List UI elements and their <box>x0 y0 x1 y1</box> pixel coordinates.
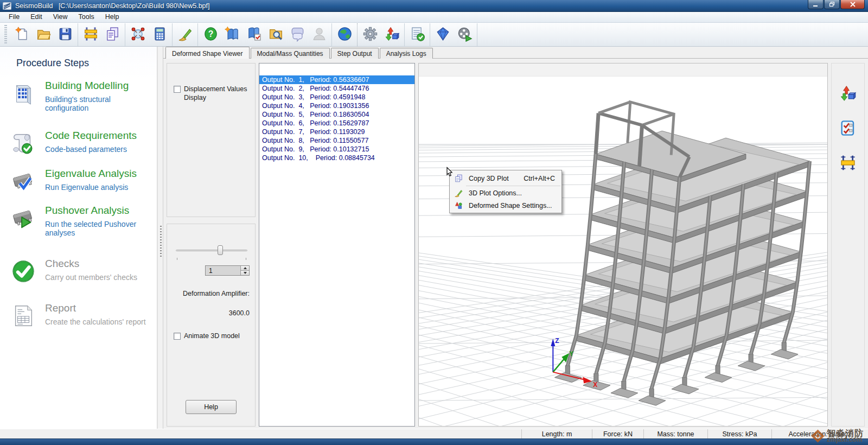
sidebar-item-checks[interactable]: ChecksCarry out members' checks <box>11 258 152 284</box>
user-disabled-button[interactable] <box>308 24 330 46</box>
plot-options-icon <box>177 26 193 43</box>
output-list-item-1[interactable]: Output No. 1, Period: 0.56336607 <box>259 75 414 84</box>
comments-button[interactable] <box>286 24 308 46</box>
spinner-value[interactable]: 1 <box>206 266 240 275</box>
menu-view[interactable]: View <box>48 12 73 22</box>
output-list-item-7[interactable]: Output No. 7, Period: 0.1193029 <box>259 128 414 136</box>
output-list-item-10[interactable]: Output No. 10, Period: 0.08845734 <box>259 154 414 162</box>
member-checks-button[interactable] <box>837 118 859 139</box>
displacement-values-checkbox-row[interactable]: Displacement Values Display <box>174 85 251 102</box>
copy-report-button[interactable] <box>101 24 123 46</box>
model-3d-button[interactable] <box>127 24 149 46</box>
slider-track[interactable] <box>176 250 247 251</box>
plot-3d-button[interactable] <box>381 24 403 46</box>
deformed-shape-icon <box>839 85 857 104</box>
member-checks-icon <box>839 119 857 138</box>
spinner-up-button[interactable] <box>241 266 249 270</box>
frame-section-button[interactable] <box>837 152 859 174</box>
output-list-item-9[interactable]: Output No. 9, Period: 0.10132715 <box>259 145 414 154</box>
restore-button[interactable] <box>824 0 840 9</box>
scene-3d: ZYX <box>419 63 827 426</box>
menu-tools[interactable]: Tools <box>73 12 100 22</box>
toolbar-group <box>332 23 358 46</box>
save-project-icon <box>58 26 73 43</box>
frame-view-button[interactable] <box>80 24 101 46</box>
spinner-down-button[interactable] <box>241 270 249 275</box>
book-check-button[interactable] <box>243 24 265 46</box>
panel-splitter[interactable] <box>157 47 163 429</box>
output-step-slider[interactable] <box>176 245 247 256</box>
context-menu-item-copy-3d-plot[interactable]: Copy 3D PlotCtrl+Alt+C <box>450 171 561 185</box>
folder-search-button[interactable] <box>265 24 286 46</box>
output-list-item-5[interactable]: Output No. 5, Period: 0.18630504 <box>259 110 414 119</box>
report-icon <box>11 303 36 328</box>
output-list-item-2[interactable]: Output No. 2, Period: 0.54447476 <box>259 84 414 93</box>
menu-edit[interactable]: Edit <box>25 12 48 22</box>
menu-file[interactable]: File <box>3 12 25 22</box>
toolbar-group: ? <box>198 23 332 46</box>
displacement-values-checkbox[interactable] <box>174 86 181 93</box>
sidebar-item-eigenvalue-analysis[interactable]: Eigenvalue AnalysisRun Eigenvalue analys… <box>11 168 152 194</box>
output-list-item-4[interactable]: Output No. 4, Period: 0.19031356 <box>259 101 414 110</box>
sidebar-item-subtitle: Run the selected Pushover analyses <box>45 220 152 237</box>
status-mass: Mass: tonne <box>643 429 707 438</box>
watermark-logo-icon <box>811 429 824 442</box>
help-button[interactable]: ? <box>200 24 221 46</box>
tab-analysis-logs[interactable]: Analysis Logs <box>380 48 433 59</box>
tab-step-output[interactable]: Step Output <box>331 48 379 59</box>
help-icon: ? <box>203 26 219 43</box>
main-area: Procedure Steps Building ModellingBuildi… <box>0 47 868 429</box>
globe-button[interactable] <box>334 24 355 46</box>
viewport-3d[interactable]: ZYX Copy 3D PlotCtrl+Alt+C3D Plot Option… <box>418 63 828 427</box>
output-list-item-6[interactable]: Output No. 6, Period: 0.15629787 <box>259 119 414 128</box>
plot-options-button[interactable] <box>174 24 196 46</box>
animate-3d-checkbox-row[interactable]: Animate 3D model <box>174 332 250 341</box>
axis-label-y: Y <box>569 350 573 358</box>
tab-deformed-shape-viewer[interactable]: Deformed Shape Viewer <box>165 47 250 59</box>
help-button[interactable]: Help <box>186 400 237 414</box>
context-menu-item-deformed-shape-settings[interactable]: Deformed Shape Settings... <box>450 199 561 212</box>
context-menu-shortcut: Ctrl+Alt+C <box>524 175 559 182</box>
checks-icon <box>11 259 36 284</box>
globe-icon <box>337 26 353 43</box>
minimize-button[interactable] <box>808 0 824 9</box>
deformed-shape-button[interactable] <box>837 83 859 105</box>
status-bar: Length: mForce: kNMass: tonneStress: kPa… <box>0 429 868 438</box>
slider-thumb[interactable] <box>218 245 223 255</box>
calculator-button[interactable] <box>149 24 170 46</box>
toolbar-group <box>125 23 173 46</box>
toolbar-grip[interactable] <box>4 25 7 44</box>
tab-strip: Deformed Shape ViewerModal/Mass Quantiti… <box>163 47 868 59</box>
save-project-button[interactable] <box>54 24 76 46</box>
output-list-item-3[interactable]: Output No. 3, Period: 0.4591948 <box>259 93 414 101</box>
new-file-button[interactable] <box>11 24 33 46</box>
materials-button[interactable] <box>432 24 454 46</box>
animate-3d-checkbox[interactable] <box>174 333 181 340</box>
splitter-grip[interactable] <box>160 226 162 257</box>
run-checks-button[interactable] <box>406 24 428 46</box>
toolbar-group <box>173 23 198 46</box>
animation-button[interactable] <box>454 24 475 46</box>
sidebar-item-building-modelling[interactable]: Building ModellingBuilding's structural … <box>11 80 152 112</box>
output-step-spinner[interactable]: 1 <box>205 265 250 276</box>
window-controls <box>807 0 865 9</box>
close-button[interactable] <box>840 0 865 9</box>
calculator-icon <box>152 26 168 43</box>
sidebar-item-report[interactable]: ReportCreate the calculations' report <box>11 302 152 328</box>
toolbar-group <box>358 23 405 46</box>
sidebar-item-code-requirements[interactable]: Code RequirementsCode-based parameters <box>11 130 152 156</box>
deformed-shape-controls: Displacement Values Display 1 <box>167 63 256 427</box>
sidebar-item-subtitle: Run Eigenvalue analysis <box>45 183 137 192</box>
book-new-button[interactable] <box>221 24 243 46</box>
deformation-amplifier-value: 3600.0 <box>173 309 250 317</box>
sidebar-item-pushover-analysis[interactable]: Pushover AnalysisRun the selected Pushov… <box>11 205 152 237</box>
context-menu-item-3d-plot-options[interactable]: 3D Plot Options... <box>450 187 561 199</box>
open-project-button[interactable] <box>33 24 54 46</box>
procedure-steps-heading: Procedure Steps <box>16 58 157 69</box>
tab-modal-mass-quantities[interactable]: Modal/Mass Quantities <box>251 48 330 59</box>
pushover-icon <box>11 206 36 231</box>
menu-help[interactable]: Help <box>100 12 125 22</box>
settings-gear-button[interactable] <box>359 24 381 46</box>
sidebar-item-title: Code Requirements <box>45 130 137 142</box>
output-list-item-8[interactable]: Output No. 8, Period: 0.11550577 <box>259 136 414 145</box>
